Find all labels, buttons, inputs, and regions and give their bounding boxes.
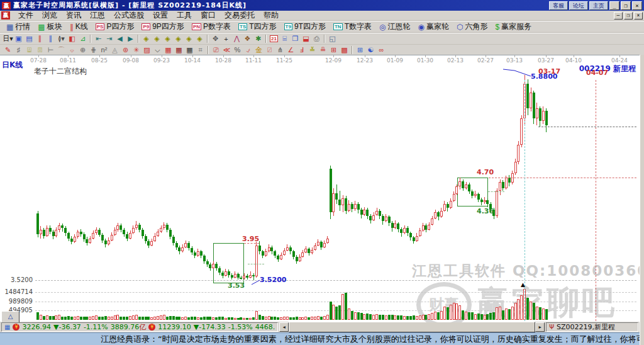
gann-diamond-6-icon[interactable]: ◈ xyxy=(194,34,205,43)
percent-icon[interactable]: % xyxy=(232,45,243,55)
yinyang-icon[interactable]: ☯ xyxy=(365,45,376,55)
home-button[interactable]: 主页 xyxy=(589,1,608,10)
kline-blue-icon[interactable]: ∥ xyxy=(45,34,56,43)
steps-icon[interactable]: ≞ xyxy=(318,45,328,55)
kline-button[interactable]: ∥K线 xyxy=(66,21,92,32)
chip-icon[interactable]: ❖ xyxy=(242,34,253,43)
gann-grid-up-icon[interactable]: ⍍ xyxy=(24,45,35,55)
menu-item-7[interactable]: 窗口 xyxy=(196,11,220,20)
market-quotes-button[interactable]: ▦行情 xyxy=(3,21,34,32)
grid-tower-icon[interactable]: ▦ xyxy=(174,45,184,55)
prev-bar-icon[interactable]: ◀ xyxy=(114,34,125,43)
menu-item-4[interactable]: 公式选股 xyxy=(109,11,148,20)
sectors-button[interactable]: ▩板块 xyxy=(34,21,65,32)
menu-item-8[interactable]: 交易委托 xyxy=(220,11,259,20)
screen-tool-icon[interactable]: ⎚ xyxy=(211,45,221,55)
p-square-button[interactable]: PSP四方形 xyxy=(92,21,138,32)
infinity-icon[interactable]: ∞ xyxy=(376,45,387,55)
candle-style-dropdown[interactable]: ≬▾ xyxy=(56,34,67,43)
minimize-button[interactable]: _ xyxy=(609,1,619,10)
p-number-table-button[interactable]: PNP数字表 xyxy=(188,21,235,32)
layout-switch-icon[interactable]: ▣ xyxy=(13,34,24,43)
t9-square-button[interactable]: T99T四方形 xyxy=(280,21,330,32)
select-region-icon[interactable]: ◧ xyxy=(67,34,77,43)
save-icon[interactable]: ⬓ xyxy=(301,34,311,43)
gold-ratio-icon[interactable]: 金 xyxy=(253,45,264,55)
ray-fan-icon[interactable]: ≪ xyxy=(221,45,232,55)
gann-grid-down-icon[interactable]: ⍔ xyxy=(35,45,45,55)
collapse-indicator-button[interactable]: △ xyxy=(1,311,19,322)
pattern-box-icon[interactable]: ▨ xyxy=(142,45,152,55)
gann-line2-icon[interactable]: ⍁ xyxy=(264,45,275,55)
scroll-left-arrow[interactable]: ◄ xyxy=(279,322,289,332)
menu-item-2[interactable]: 资讯 xyxy=(62,11,86,20)
period-day-dropdown[interactable]: 日▾ xyxy=(3,34,13,43)
scrollbar-thumb[interactable] xyxy=(289,322,535,332)
gann-diamond-1-icon[interactable]: ◈ xyxy=(141,34,152,43)
star-burst-icon[interactable]: ✳ xyxy=(131,45,142,55)
close-button[interactable]: × xyxy=(632,1,642,10)
gann-wheel-button[interactable]: ◎江恩轮 xyxy=(375,21,414,32)
p9-square-button[interactable]: P99P四方形 xyxy=(138,21,187,32)
dense-grid-icon[interactable]: ⋕ xyxy=(88,45,99,55)
kline-chart[interactable]: 日K线 老子十二宫结构 002219 新里程 江恩工具软件 QQ:1008003… xyxy=(0,55,640,322)
gann-wheel-small-icon[interactable]: ⊛ xyxy=(120,45,131,55)
grid-hash-icon[interactable]: ♯ xyxy=(13,45,24,55)
printer-icon[interactable]: ⎙ xyxy=(311,34,322,43)
draw-pen-icon[interactable]: ✎ xyxy=(3,45,13,55)
measure-icon[interactable]: ⋀ xyxy=(231,34,242,43)
table-icon[interactable]: ▦ xyxy=(4,324,10,331)
analysis-icon[interactable]: ✱ xyxy=(253,34,264,43)
circle-cross-icon[interactable]: ⊕ xyxy=(77,45,88,55)
tline-icon[interactable]: ⊢ xyxy=(45,45,56,55)
t-number-table-button[interactable]: TNT数字表 xyxy=(330,21,375,32)
scroll-right-arrow[interactable]: ► xyxy=(535,322,545,332)
info-view-icon[interactable]: ▤ xyxy=(24,34,35,43)
winner-service-button[interactable]: $赢家服务 xyxy=(491,21,535,32)
menu-item-9[interactable]: 帮助 xyxy=(259,11,283,20)
gann-diamond-5-icon[interactable]: ◈ xyxy=(184,34,194,43)
grid-black-icon[interactable]: ▦ xyxy=(184,45,195,55)
winner-wheel-button[interactable]: ◉赢家轮 xyxy=(414,21,452,32)
calculator-icon[interactable]: ⌸ xyxy=(279,34,290,43)
turned-f-line-icon[interactable]: Ⅎ xyxy=(296,45,307,55)
hexagon-button[interactable]: ⬡六角形 xyxy=(453,21,491,32)
menu-item-0[interactable]: 文件 xyxy=(14,11,38,20)
child-minimize-button[interactable]: – xyxy=(614,12,623,20)
menu-item-3[interactable]: 江恩 xyxy=(86,11,109,20)
restore-button[interactable]: ❐ xyxy=(621,1,631,10)
gann-diamond-3-icon[interactable]: ◈ xyxy=(162,34,173,43)
gann-diamond-2-icon[interactable]: ◈ xyxy=(152,34,162,43)
menu-item-5[interactable]: 设置 xyxy=(148,11,172,20)
grid-flag-red-icon[interactable]: ▦ xyxy=(163,45,174,55)
wave-line-icon[interactable]: ≚ xyxy=(307,45,318,55)
n-square-icon[interactable]: n² xyxy=(99,45,109,55)
gann-diamond-4-icon[interactable]: ◈ xyxy=(173,34,184,43)
zigzag-icon[interactable]: ⌵ xyxy=(152,45,163,55)
forum-button[interactable]: 论坛 xyxy=(569,1,588,10)
horizontal-scrollbar[interactable]: ◄ ► xyxy=(279,322,545,332)
kline-red-icon[interactable]: ∥ xyxy=(35,34,45,43)
matrix-icon[interactable]: ⊞ xyxy=(328,45,339,55)
first-bar-icon[interactable]: ⇤ xyxy=(93,34,104,43)
percent-line-icon[interactable]: ⍻ xyxy=(243,45,253,55)
calendar-icon[interactable]: 21 xyxy=(269,34,279,43)
last-bar-icon[interactable]: ⇥ xyxy=(104,34,114,43)
panel-icon[interactable]: ❐ xyxy=(290,34,301,43)
form-icon[interactable]: ⌗ xyxy=(195,45,206,55)
menu-item-6[interactable]: 工具 xyxy=(172,11,196,20)
flag-icon[interactable]: ⊿ xyxy=(77,34,88,43)
angle-line-icon[interactable]: ∠ xyxy=(286,45,296,55)
menu-item-1[interactable]: 浏览 xyxy=(38,11,62,20)
next-bar-icon[interactable]: ▶ xyxy=(125,34,136,43)
child-restore-button[interactable]: ❐ xyxy=(624,12,633,20)
angle-arc-icon[interactable]: ⌔ xyxy=(67,45,77,55)
triangle-tool-icon[interactable]: ◬ xyxy=(109,45,120,55)
t-square-button[interactable]: TST四方形 xyxy=(235,21,280,32)
export-icon[interactable]: ◱ xyxy=(327,34,338,43)
arc-icon[interactable]: ⌒ xyxy=(56,45,67,55)
pitchfork-icon[interactable]: ⋔ xyxy=(275,45,286,55)
customer-service-button[interactable]: 客服 xyxy=(549,1,568,10)
color-grid-icon[interactable]: ⊞ xyxy=(355,45,365,55)
crosshair-icon[interactable]: + xyxy=(221,34,231,43)
